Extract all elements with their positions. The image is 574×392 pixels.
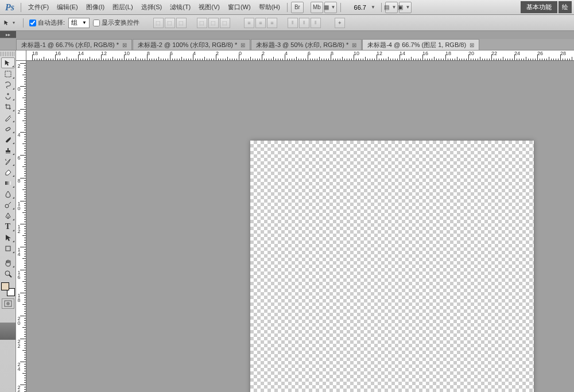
align-top-icon[interactable]: ⬚ bbox=[153, 18, 164, 28]
heal-tool[interactable] bbox=[1, 123, 15, 134]
gradient-tool[interactable] bbox=[1, 177, 15, 188]
align-left-icon[interactable]: ⬚ bbox=[197, 18, 207, 28]
distribute-left-icon[interactable]: ⦀ bbox=[288, 18, 298, 28]
tab-label: 未标题-2 @ 100% (水印3, RGB/8) * bbox=[138, 41, 237, 49]
divider bbox=[340, 3, 341, 12]
horizontal-ruler[interactable]: 1816141210864202468101214161820222426283… bbox=[26, 51, 574, 61]
menu-layer[interactable]: 图层(L) bbox=[109, 1, 136, 13]
workspace-switcher[interactable]: 基本功能 bbox=[521, 1, 557, 13]
auto-select-checkbox[interactable]: 自动选择: bbox=[29, 18, 65, 27]
menu-file[interactable]: 文件(F) bbox=[25, 1, 52, 13]
distribute-bottom-icon[interactable]: ≡ bbox=[267, 18, 277, 28]
eraser-tool[interactable] bbox=[1, 166, 15, 177]
flyout-icon bbox=[13, 197, 14, 199]
hand-tool[interactable] bbox=[1, 257, 15, 268]
auto-select-target[interactable]: 组 ▼ bbox=[68, 18, 90, 28]
svg-point-7 bbox=[6, 302, 10, 305]
panel-collapse-handle[interactable]: ▸▸ bbox=[0, 31, 16, 38]
flyout-icon bbox=[13, 164, 14, 166]
toolbox-handle[interactable] bbox=[0, 52, 15, 56]
flyout-icon bbox=[13, 77, 14, 79]
blur-tool[interactable] bbox=[1, 188, 15, 199]
document-canvas[interactable] bbox=[250, 141, 534, 392]
flyout-icon bbox=[13, 230, 14, 231]
distribute-top-icon[interactable]: ≡ bbox=[244, 18, 254, 28]
quick-mask-toggle[interactable] bbox=[2, 298, 14, 309]
chevron-down-icon: ▾ bbox=[10, 20, 17, 25]
show-transform-checkbox[interactable]: 显示变换控件 bbox=[93, 18, 139, 27]
auto-align-icon[interactable]: ✦ bbox=[335, 18, 345, 28]
svg-rect-1 bbox=[5, 127, 10, 131]
toolbox: T bbox=[0, 51, 16, 392]
align-group-1: ⬚ ⬚ ⬚ bbox=[153, 18, 187, 28]
crop-tool[interactable] bbox=[1, 101, 15, 112]
eyedropper-tool[interactable] bbox=[1, 112, 15, 123]
vertical-ruler[interactable]: 202468101214161820222426 bbox=[16, 61, 26, 392]
type-tool[interactable]: T bbox=[1, 221, 15, 232]
brush-tool[interactable] bbox=[1, 134, 15, 145]
menu-image[interactable]: 图像(I) bbox=[83, 1, 108, 13]
flyout-icon bbox=[13, 142, 14, 144]
workspace-switcher-2[interactable]: 绘 bbox=[559, 1, 572, 13]
menu-window[interactable]: 窗口(W) bbox=[224, 1, 254, 13]
zoom-level[interactable]: 66.7 bbox=[344, 4, 367, 11]
chevron-down-icon[interactable]: ▼ bbox=[369, 5, 378, 10]
flyout-icon bbox=[13, 186, 14, 188]
document-tab[interactable]: 未标题-1 @ 66.7% (水印, RGB/8) *⊠ bbox=[16, 39, 132, 50]
bridge-button[interactable]: Br bbox=[291, 2, 304, 13]
ruler-origin[interactable] bbox=[16, 51, 26, 61]
align-vcenter-icon[interactable]: ⬚ bbox=[165, 18, 175, 28]
flyout-icon bbox=[12, 65, 14, 67]
menu-help[interactable]: 帮助(H) bbox=[255, 1, 284, 13]
align-bottom-icon[interactable]: ⬚ bbox=[176, 18, 187, 28]
arrange-button[interactable]: ▤▼ bbox=[385, 2, 398, 13]
move-tool[interactable] bbox=[1, 57, 15, 68]
chevron-down-icon: ▼ bbox=[329, 5, 338, 10]
svg-rect-2 bbox=[5, 181, 11, 185]
divider bbox=[381, 3, 382, 12]
menu-filter[interactable]: 滤镜(T) bbox=[166, 1, 194, 13]
document-tab[interactable]: 未标题-3 @ 50% (水印, RGB/8) *⊠ bbox=[251, 39, 362, 50]
distribute-vcenter-icon[interactable]: ≡ bbox=[255, 18, 266, 28]
align-hcenter-icon[interactable]: ⬚ bbox=[208, 18, 219, 28]
path-select-tool[interactable] bbox=[1, 232, 15, 243]
flyout-icon bbox=[13, 251, 14, 253]
shape-tool[interactable] bbox=[1, 243, 15, 254]
svg-rect-4 bbox=[6, 246, 10, 251]
document-tab-active[interactable]: 未标题-4 @ 66.7% (图层 1, RGB/8)⊠ bbox=[362, 39, 479, 50]
flyout-icon bbox=[13, 153, 14, 155]
history-brush-tool[interactable] bbox=[1, 156, 15, 166]
screenmode2-button[interactable]: ▣▼ bbox=[399, 2, 412, 13]
dodge-tool[interactable] bbox=[1, 199, 15, 210]
distribute-hcenter-icon[interactable]: ⦀ bbox=[299, 18, 309, 28]
lasso-tool[interactable] bbox=[1, 79, 15, 90]
auto-select-input[interactable] bbox=[29, 20, 36, 26]
align-right-icon[interactable]: ⬚ bbox=[220, 18, 230, 28]
screenmode-button[interactable]: ▦▼ bbox=[324, 2, 337, 13]
close-icon[interactable]: ⊠ bbox=[470, 42, 474, 48]
show-transform-input[interactable] bbox=[93, 20, 100, 26]
menu-edit[interactable]: 编辑(E) bbox=[53, 1, 82, 13]
quick-select-tool[interactable] bbox=[1, 90, 15, 101]
close-icon[interactable]: ⊠ bbox=[352, 42, 356, 48]
foreground-color[interactable] bbox=[1, 282, 9, 290]
flyout-icon bbox=[13, 88, 14, 90]
menu-view[interactable]: 视图(V) bbox=[195, 1, 223, 13]
auto-select-label: 自动选择: bbox=[38, 18, 65, 27]
screen-mode-area bbox=[0, 323, 15, 340]
document-tabs: 未标题-1 @ 66.7% (水印, RGB/8) *⊠ 未标题-2 @ 100… bbox=[0, 39, 574, 51]
options-bar: ▾ 自动选择: 组 ▼ 显示变换控件 ⬚ ⬚ ⬚ ⬚ ⬚ ⬚ ≡ ≡ ≡ ⦀ ⦀… bbox=[0, 15, 574, 31]
menu-select[interactable]: 选择(S) bbox=[138, 1, 166, 13]
minibridge-button[interactable]: Mb bbox=[311, 2, 323, 13]
distribute-right-icon[interactable]: ⦀ bbox=[311, 18, 321, 28]
zoom-tool[interactable] bbox=[1, 268, 15, 279]
close-icon[interactable]: ⊠ bbox=[122, 42, 127, 48]
divider bbox=[23, 18, 24, 28]
divider bbox=[287, 3, 288, 12]
stamp-tool[interactable] bbox=[1, 145, 15, 156]
pen-tool[interactable] bbox=[1, 210, 15, 221]
document-tab[interactable]: 未标题-2 @ 100% (水印3, RGB/8) *⊠ bbox=[133, 39, 250, 50]
color-swatches[interactable] bbox=[1, 282, 15, 296]
close-icon[interactable]: ⊠ bbox=[241, 42, 245, 48]
marquee-tool[interactable] bbox=[1, 68, 15, 79]
